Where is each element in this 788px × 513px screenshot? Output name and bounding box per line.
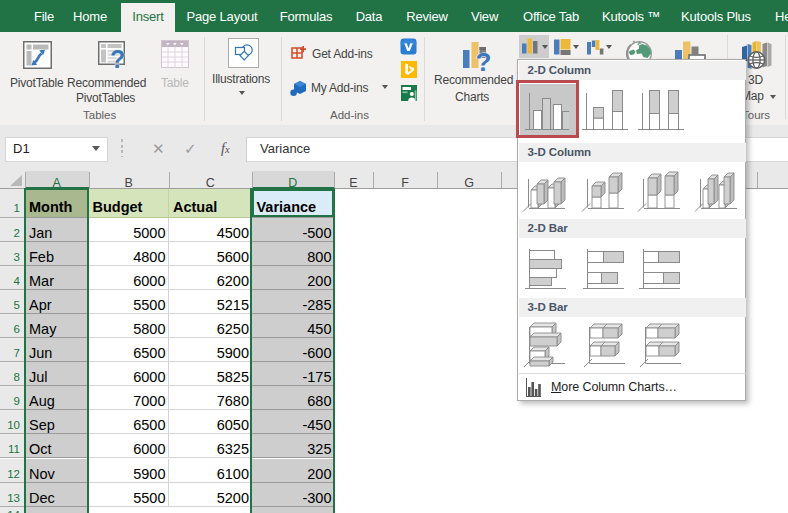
svg-text:?: ?: [476, 47, 492, 73]
svg-text:?: ?: [110, 45, 125, 71]
